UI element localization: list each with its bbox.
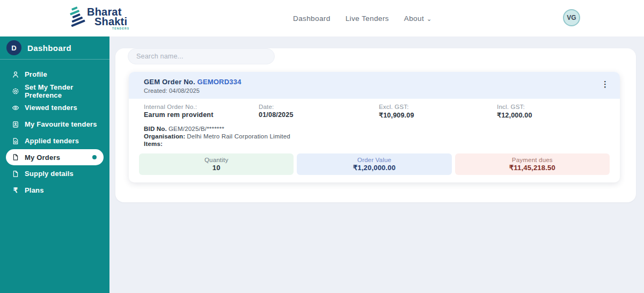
order-meta: BID No.GEM/2025/B/******* Organisation:D… bbox=[144, 125, 605, 148]
order-number-title: GEM Order No. GEMORD334 bbox=[144, 78, 608, 86]
top-header: Bharat Shakti TENDERS Dashboard Live Ten… bbox=[0, 0, 644, 36]
brand-logo[interactable]: Bharat Shakti TENDERS bbox=[67, 4, 129, 31]
sidebar-title: Dashboard bbox=[27, 43, 71, 53]
stat-payment-dues: Payment dues ₹11,45,218.50 bbox=[455, 153, 610, 175]
user-avatar[interactable]: VG bbox=[563, 9, 580, 26]
sidebar-item-supply-details[interactable]: Supply details bbox=[0, 165, 109, 182]
sidebar-item-label: My Orders bbox=[25, 153, 60, 162]
sidebar-item-label: Viewed tenders bbox=[25, 104, 77, 112]
sidebar-item-label: Applied tenders bbox=[25, 137, 79, 145]
field-value: ₹12,000.00 bbox=[497, 111, 605, 119]
brand-logo-icon bbox=[67, 4, 86, 31]
field-label: Incl. GST: bbox=[497, 104, 605, 110]
organisation-label: Organisation: bbox=[144, 133, 185, 140]
gear-icon bbox=[12, 87, 19, 95]
order-fields: Internal Order No.: Earum rem provident … bbox=[144, 104, 605, 119]
sidebar-menu: Profile Set My Tender Preference Viewed … bbox=[0, 60, 109, 199]
order-created-date: Created: 04/08/2025 bbox=[144, 87, 608, 94]
sidebar-header: D Dashboard bbox=[0, 36, 109, 59]
file-icon bbox=[12, 153, 19, 161]
sidebar-item-label: My Favourite tenders bbox=[25, 120, 97, 128]
field-date: Date: 01/08/2025 bbox=[259, 104, 379, 119]
nav-item-label: About bbox=[404, 14, 424, 23]
applied-tenders-icon bbox=[12, 137, 19, 145]
order-card-header: GEM Order No. GEMORD334 Created: 04/08/2… bbox=[129, 72, 620, 99]
nav-item-live-tenders[interactable]: Live Tenders bbox=[346, 14, 389, 23]
dashboard-badge: D bbox=[6, 40, 21, 55]
nav-item-label: Live Tenders bbox=[346, 14, 389, 23]
brand-logo-text: Bharat Shakti TENDERS bbox=[87, 8, 129, 30]
bid-number-label: BID No. bbox=[144, 126, 167, 132]
stat-quantity: Quantity 10 bbox=[139, 153, 294, 175]
field-value: ₹10,909.09 bbox=[379, 111, 497, 119]
field-value: 01/08/2025 bbox=[259, 111, 379, 119]
order-number-label: GEM Order No. bbox=[144, 78, 195, 86]
sidebar-item-label: Profile bbox=[25, 70, 47, 78]
person-icon bbox=[12, 71, 19, 78]
order-card-body: Internal Order No.: Earum rem provident … bbox=[129, 99, 620, 182]
stat-label: Payment dues bbox=[512, 157, 553, 163]
sidebar-item-my-orders[interactable]: My Orders bbox=[6, 149, 104, 165]
file-icon bbox=[12, 170, 19, 178]
bid-number-value: GEM/2025/B/******* bbox=[169, 126, 224, 132]
items-line: Items: bbox=[144, 140, 605, 148]
orders-panel: GEM Order No. GEMORD334 Created: 04/08/2… bbox=[115, 48, 636, 202]
stat-label: Quantity bbox=[204, 157, 228, 163]
stat-label: Order Value bbox=[357, 157, 391, 163]
order-card: GEM Order No. GEMORD334 Created: 04/08/2… bbox=[129, 72, 620, 182]
order-number-value: GEMORD334 bbox=[197, 78, 241, 86]
nav-item-dashboard[interactable]: Dashboard bbox=[293, 14, 331, 23]
field-label: Internal Order No.: bbox=[144, 104, 259, 110]
brand-tagline: TENDERS bbox=[112, 27, 129, 30]
field-incl-gst: Incl. GST: ₹12,000.00 bbox=[497, 104, 605, 119]
eye-icon bbox=[12, 104, 19, 112]
main-content: GEM Order No. GEMORD334 Created: 04/08/2… bbox=[109, 36, 644, 293]
items-label: Items: bbox=[144, 141, 163, 147]
sidebar-item-profile[interactable]: Profile bbox=[0, 66, 109, 83]
sidebar: D Dashboard Profile Set My Tender Prefer… bbox=[0, 36, 109, 293]
field-internal-order-no: Internal Order No.: Earum rem provident bbox=[144, 104, 259, 119]
top-navigation: Dashboard Live Tenders About ⌄ bbox=[293, 0, 432, 36]
field-label: Excl. GST: bbox=[379, 104, 497, 110]
active-indicator-dot bbox=[92, 155, 97, 159]
stat-order-value: Order Value ₹1,20,000.00 bbox=[297, 153, 451, 175]
rupee-icon: ₹ bbox=[12, 187, 19, 194]
field-label: Date: bbox=[259, 104, 379, 110]
nav-item-label: Dashboard bbox=[293, 14, 331, 23]
brand-name-line2: Shakti bbox=[94, 17, 129, 26]
stat-value: 10 bbox=[213, 164, 221, 172]
sidebar-item-applied-tenders[interactable]: Applied tenders bbox=[0, 133, 109, 149]
stat-value: ₹1,20,000.00 bbox=[353, 164, 396, 172]
content-frame: D Dashboard Profile Set My Tender Prefer… bbox=[0, 36, 644, 293]
sidebar-item-set-tender-preference[interactable]: Set My Tender Preference bbox=[0, 83, 109, 99]
kebab-menu-icon[interactable]: ⋮ bbox=[601, 80, 609, 88]
nav-item-about[interactable]: About ⌄ bbox=[404, 14, 432, 23]
field-value: Earum rem provident bbox=[144, 111, 259, 119]
sidebar-item-label: Supply details bbox=[25, 170, 74, 178]
bid-number-line: BID No.GEM/2025/B/******* bbox=[144, 125, 605, 133]
organisation-value: Delhi Metro Rail Corporation Limited bbox=[187, 133, 290, 140]
field-excl-gst: Excl. GST: ₹10,909.09 bbox=[379, 104, 497, 119]
organisation-line: Organisation:Delhi Metro Rail Corporatio… bbox=[144, 133, 605, 140]
favourite-tenders-icon bbox=[12, 121, 19, 128]
sidebar-item-label: Plans bbox=[25, 186, 44, 194]
sidebar-item-plans[interactable]: ₹ Plans bbox=[0, 182, 109, 199]
sidebar-item-label: Set My Tender Preference bbox=[25, 83, 109, 99]
stat-value: ₹11,45,218.50 bbox=[509, 164, 555, 172]
sidebar-item-favourite-tenders[interactable]: My Favourite tenders bbox=[0, 116, 109, 133]
search-input[interactable] bbox=[128, 48, 275, 64]
sidebar-item-viewed-tenders[interactable]: Viewed tenders bbox=[0, 99, 109, 116]
app-root: Bharat Shakti TENDERS Dashboard Live Ten… bbox=[0, 0, 644, 293]
chevron-down-icon: ⌄ bbox=[427, 16, 432, 22]
order-stats: Quantity 10 Order Value ₹1,20,000.00 Pay… bbox=[139, 153, 610, 175]
